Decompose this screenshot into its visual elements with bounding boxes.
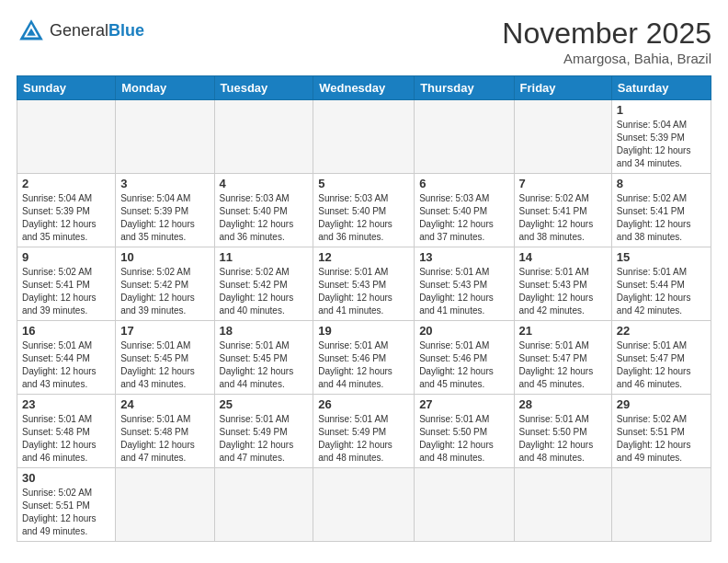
day-info: Sunrise: 5:02 AM Sunset: 5:42 PM Dayligh… xyxy=(220,266,309,317)
calendar-cell: 6Sunrise: 5:03 AM Sunset: 5:40 PM Daylig… xyxy=(415,174,514,247)
day-number: 4 xyxy=(220,177,309,190)
day-number: 6 xyxy=(419,177,508,190)
calendar-cell xyxy=(313,100,415,174)
col-wednesday: Wednesday xyxy=(313,76,415,100)
day-number: 28 xyxy=(519,397,607,411)
calendar-cell: 22Sunrise: 5:01 AM Sunset: 5:47 PM Dayli… xyxy=(611,321,711,395)
calendar-week-row: 2Sunrise: 5:04 AM Sunset: 5:39 PM Daylig… xyxy=(17,174,711,247)
calendar-cell: 24Sunrise: 5:01 AM Sunset: 5:48 PM Dayli… xyxy=(116,395,214,468)
calendar-cell: 4Sunrise: 5:03 AM Sunset: 5:40 PM Daylig… xyxy=(214,174,313,247)
day-number: 11 xyxy=(220,250,309,264)
col-friday: Friday xyxy=(514,76,611,100)
day-info: Sunrise: 5:04 AM Sunset: 5:39 PM Dayligh… xyxy=(120,192,209,244)
day-info: Sunrise: 5:04 AM Sunset: 5:39 PM Dayligh… xyxy=(22,192,110,244)
day-number: 21 xyxy=(519,324,607,338)
col-thursday: Thursday xyxy=(415,76,514,100)
day-number: 17 xyxy=(120,324,209,338)
day-info: Sunrise: 5:04 AM Sunset: 5:39 PM Dayligh… xyxy=(617,119,706,170)
calendar-cell: 30Sunrise: 5:02 AM Sunset: 5:51 PM Dayli… xyxy=(17,468,116,542)
day-number: 23 xyxy=(22,397,110,411)
calendar-cell xyxy=(611,468,711,542)
day-info: Sunrise: 5:01 AM Sunset: 5:44 PM Dayligh… xyxy=(617,266,706,317)
calendar-cell: 1Sunrise: 5:04 AM Sunset: 5:39 PM Daylig… xyxy=(611,100,711,174)
calendar-cell: 15Sunrise: 5:01 AM Sunset: 5:44 PM Dayli… xyxy=(611,247,711,321)
day-number: 24 xyxy=(120,397,209,411)
day-info: Sunrise: 5:03 AM Sunset: 5:40 PM Dayligh… xyxy=(318,192,409,244)
calendar-cell: 21Sunrise: 5:01 AM Sunset: 5:47 PM Dayli… xyxy=(514,321,611,395)
day-number: 22 xyxy=(617,324,706,338)
day-info: Sunrise: 5:03 AM Sunset: 5:40 PM Dayligh… xyxy=(220,192,309,244)
day-info: Sunrise: 5:01 AM Sunset: 5:50 PM Dayligh… xyxy=(519,413,607,465)
day-number: 10 xyxy=(120,250,209,264)
day-info: Sunrise: 5:02 AM Sunset: 5:51 PM Dayligh… xyxy=(22,487,110,538)
calendar-week-row: 23Sunrise: 5:01 AM Sunset: 5:48 PM Dayli… xyxy=(17,395,711,468)
calendar-cell xyxy=(214,100,313,174)
day-info: Sunrise: 5:01 AM Sunset: 5:45 PM Dayligh… xyxy=(120,339,209,391)
calendar-cell: 26Sunrise: 5:01 AM Sunset: 5:49 PM Dayli… xyxy=(313,395,415,468)
day-info: Sunrise: 5:02 AM Sunset: 5:41 PM Dayligh… xyxy=(22,266,110,317)
calendar-cell: 18Sunrise: 5:01 AM Sunset: 5:45 PM Dayli… xyxy=(214,321,313,395)
day-number: 25 xyxy=(220,397,309,411)
day-number: 1 xyxy=(617,103,706,117)
day-number: 19 xyxy=(318,324,409,338)
day-number: 18 xyxy=(220,324,309,338)
calendar-cell: 12Sunrise: 5:01 AM Sunset: 5:43 PM Dayli… xyxy=(313,247,415,321)
day-info: Sunrise: 5:01 AM Sunset: 5:44 PM Dayligh… xyxy=(22,339,110,391)
calendar-week-row: 9Sunrise: 5:02 AM Sunset: 5:41 PM Daylig… xyxy=(17,247,711,321)
day-info: Sunrise: 5:01 AM Sunset: 5:48 PM Dayligh… xyxy=(22,413,110,465)
calendar-cell: 11Sunrise: 5:02 AM Sunset: 5:42 PM Dayli… xyxy=(214,247,313,321)
calendar-cell xyxy=(116,468,214,542)
calendar-cell: 2Sunrise: 5:04 AM Sunset: 5:39 PM Daylig… xyxy=(17,174,116,247)
day-number: 13 xyxy=(419,250,508,264)
calendar-cell: 28Sunrise: 5:01 AM Sunset: 5:50 PM Dayli… xyxy=(514,395,611,468)
calendar-cell: 25Sunrise: 5:01 AM Sunset: 5:49 PM Dayli… xyxy=(214,395,313,468)
day-info: Sunrise: 5:01 AM Sunset: 5:46 PM Dayligh… xyxy=(419,339,508,391)
col-saturday: Saturday xyxy=(611,76,711,100)
col-monday: Monday xyxy=(116,76,214,100)
calendar-cell: 27Sunrise: 5:01 AM Sunset: 5:50 PM Dayli… xyxy=(415,395,514,468)
logo-text: GeneralBlue xyxy=(50,21,144,41)
calendar-cell: 9Sunrise: 5:02 AM Sunset: 5:41 PM Daylig… xyxy=(17,247,116,321)
day-info: Sunrise: 5:01 AM Sunset: 5:49 PM Dayligh… xyxy=(220,413,309,465)
title-block: November 2025 Amargosa, Bahia, Brazil xyxy=(502,17,711,66)
day-number: 20 xyxy=(419,324,508,338)
day-info: Sunrise: 5:02 AM Sunset: 5:51 PM Dayligh… xyxy=(617,413,706,465)
day-info: Sunrise: 5:01 AM Sunset: 5:48 PM Dayligh… xyxy=(120,413,209,465)
day-number: 2 xyxy=(22,177,110,190)
day-number: 8 xyxy=(617,177,706,190)
col-tuesday: Tuesday xyxy=(214,76,313,100)
logo-icon xyxy=(17,17,46,46)
calendar-cell: 7Sunrise: 5:02 AM Sunset: 5:41 PM Daylig… xyxy=(514,174,611,247)
day-number: 26 xyxy=(318,397,409,411)
day-number: 15 xyxy=(617,250,706,264)
calendar-page: GeneralBlue November 2025 Amargosa, Bahi… xyxy=(0,0,728,563)
calendar-table: Sunday Monday Tuesday Wednesday Thursday… xyxy=(17,75,711,542)
calendar-header-row: Sunday Monday Tuesday Wednesday Thursday… xyxy=(17,76,711,100)
day-number: 30 xyxy=(22,471,110,485)
day-number: 5 xyxy=(318,177,409,190)
day-info: Sunrise: 5:02 AM Sunset: 5:41 PM Dayligh… xyxy=(617,192,706,244)
day-info: Sunrise: 5:01 AM Sunset: 5:47 PM Dayligh… xyxy=(519,339,607,391)
calendar-cell: 3Sunrise: 5:04 AM Sunset: 5:39 PM Daylig… xyxy=(116,174,214,247)
day-number: 9 xyxy=(22,250,110,264)
day-number: 27 xyxy=(419,397,508,411)
calendar-cell: 23Sunrise: 5:01 AM Sunset: 5:48 PM Dayli… xyxy=(17,395,116,468)
calendar-cell xyxy=(116,100,214,174)
calendar-cell: 16Sunrise: 5:01 AM Sunset: 5:44 PM Dayli… xyxy=(17,321,116,395)
calendar-cell: 20Sunrise: 5:01 AM Sunset: 5:46 PM Dayli… xyxy=(415,321,514,395)
calendar-week-row: 30Sunrise: 5:02 AM Sunset: 5:51 PM Dayli… xyxy=(17,468,711,542)
day-info: Sunrise: 5:01 AM Sunset: 5:49 PM Dayligh… xyxy=(318,413,409,465)
day-number: 29 xyxy=(617,397,706,411)
calendar-cell xyxy=(514,468,611,542)
calendar-cell xyxy=(514,100,611,174)
day-info: Sunrise: 5:01 AM Sunset: 5:45 PM Dayligh… xyxy=(220,339,309,391)
month-year: November 2025 xyxy=(502,17,711,51)
calendar-week-row: 16Sunrise: 5:01 AM Sunset: 5:44 PM Dayli… xyxy=(17,321,711,395)
day-number: 14 xyxy=(519,250,607,264)
calendar-cell xyxy=(415,468,514,542)
location: Amargosa, Bahia, Brazil xyxy=(502,51,711,66)
day-info: Sunrise: 5:01 AM Sunset: 5:43 PM Dayligh… xyxy=(318,266,409,317)
day-info: Sunrise: 5:03 AM Sunset: 5:40 PM Dayligh… xyxy=(419,192,508,244)
day-info: Sunrise: 5:01 AM Sunset: 5:43 PM Dayligh… xyxy=(519,266,607,317)
calendar-cell xyxy=(17,100,116,174)
